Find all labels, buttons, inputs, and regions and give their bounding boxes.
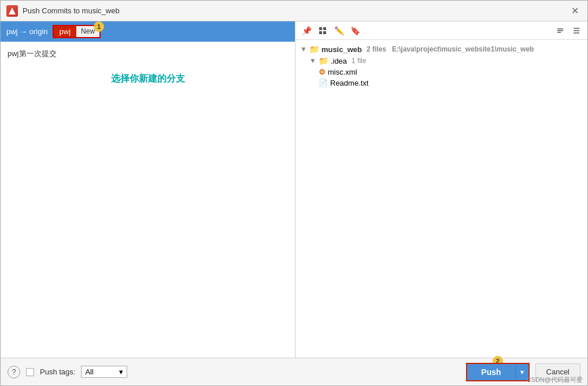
commit-item: pwj第一次提交	[8, 46, 288, 61]
tags-dropdown-icon: ▾	[119, 367, 123, 376]
svg-rect-3	[319, 31, 322, 34]
svg-rect-4	[323, 31, 326, 34]
watermark: CSDN@代码最可爱	[527, 376, 583, 384]
hint-text: 选择你新建的分支	[8, 73, 288, 85]
badge-1: 1	[94, 21, 104, 32]
branch-header: pwj → origin pwj New 1	[1, 21, 295, 42]
edit-icon[interactable]: ✏️	[332, 24, 345, 37]
root-folder-icon: 📁	[309, 45, 319, 54]
idea-folder-icon: 📁	[319, 56, 328, 65]
help-button[interactable]: ?	[8, 366, 20, 378]
tags-select[interactable]: All ▾	[81, 366, 127, 378]
left-panel: pwj → origin pwj New 1 pwj第一次提交 选择你新建的分支	[1, 21, 295, 358]
push-commits-dialog: Push Commits to music_web ✕ pwj → origin…	[0, 0, 588, 386]
tree-misc-xml[interactable]: ⚙ misc.xml	[300, 67, 583, 78]
idea-file-count: 1 file	[352, 57, 366, 65]
push-group-wrapper: 2 Push ▾	[466, 363, 529, 381]
svg-rect-1	[319, 27, 322, 30]
branch-name-tag[interactable]: pwj	[54, 26, 77, 37]
push-btn-inner: Push ▾	[467, 364, 528, 380]
commit-list: pwj第一次提交 选择你新建的分支	[1, 42, 295, 358]
footer: ? Push tags: All ▾ 2 Push ▾ Cancel	[1, 358, 587, 385]
readme-txt-name: Readme.txt	[330, 79, 368, 87]
file-tree: ▼ 📁 music_web 2 files E:\java\project\mu…	[295, 40, 587, 358]
tree-readme-txt[interactable]: 📄 Readme.txt	[300, 78, 583, 89]
txt-file-icon: 📄	[319, 79, 328, 87]
collapse-icon[interactable]	[570, 24, 583, 37]
branch-flow-text: pwj → origin	[6, 27, 48, 36]
title-bar-left: Push Commits to music_web	[6, 5, 120, 17]
push-btn-container: Push ▾	[466, 363, 529, 381]
title-bar: Push Commits to music_web ✕	[1, 1, 587, 21]
tree-idea-folder[interactable]: ▼ 📁 .idea 1 file	[300, 55, 583, 67]
pin-icon[interactable]: 📌	[300, 24, 313, 37]
grid-icon[interactable]	[316, 24, 329, 37]
push-tags-label: Push tags:	[40, 367, 75, 376]
root-name: music_web	[321, 45, 362, 54]
bookmark-icon[interactable]: 🔖	[349, 24, 361, 37]
svg-marker-0	[9, 8, 16, 14]
root-file-count: 2 files	[367, 45, 386, 53]
push-tags-checkbox[interactable]	[26, 368, 34, 376]
tree-root[interactable]: ▼ 📁 music_web 2 files E:\java\project\mu…	[300, 43, 583, 55]
close-button[interactable]: ✕	[568, 4, 582, 18]
right-toolbar: 📌 ✏️ 🔖	[295, 21, 587, 40]
dialog-title: Push Commits to music_web	[23, 6, 120, 15]
app-icon	[6, 5, 18, 17]
main-content: pwj → origin pwj New 1 pwj第一次提交 选择你新建的分支…	[1, 21, 587, 358]
push-button[interactable]: Push	[467, 364, 515, 380]
right-panel: 📌 ✏️ 🔖	[295, 21, 587, 358]
svg-rect-2	[323, 27, 326, 30]
misc-xml-name: misc.xml	[328, 68, 357, 76]
root-expand-icon: ▼	[300, 45, 307, 53]
idea-expand-icon: ▼	[309, 57, 316, 65]
xml-file-icon: ⚙	[319, 68, 326, 76]
sort-icon[interactable]	[554, 24, 567, 37]
idea-folder-name: .idea	[331, 57, 347, 65]
root-file-path: E:\java\project\music_website1\music_web	[392, 45, 534, 53]
tags-value: All	[85, 367, 93, 376]
